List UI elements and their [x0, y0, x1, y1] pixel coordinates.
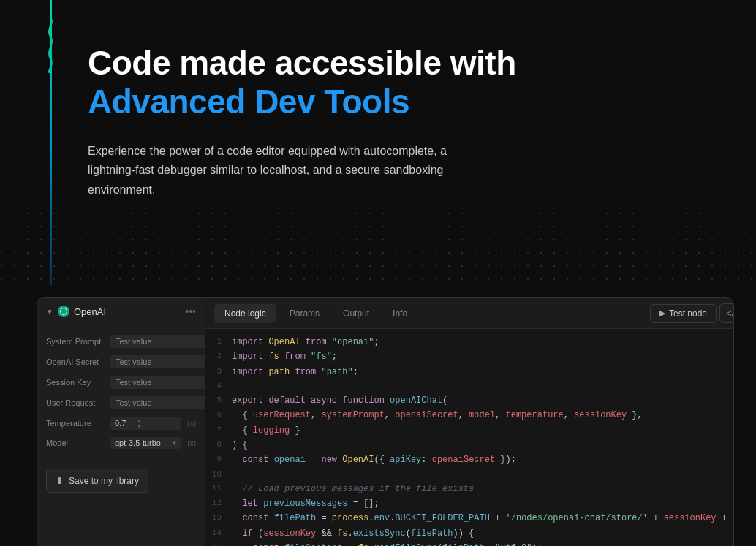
label-temperature: Temperature — [46, 419, 106, 428]
label-model: Model — [46, 439, 106, 447]
code-line-15: 15 const fileContent = fs.readFileSync(f… — [205, 541, 734, 546]
field-session-key: Session Key (x) — [37, 372, 205, 393]
sidebar-more-icon[interactable]: ••• — [185, 306, 196, 317]
clear-model[interactable]: (x) — [187, 439, 196, 447]
code-line-9: 9 const openai = new OpenAI({ apiKey: op… — [205, 452, 734, 467]
test-node-label: Test node — [669, 308, 707, 319]
code-body: 1 import OpenAI from "openai"; 2 import … — [205, 329, 734, 546]
dot-grid-background — [0, 212, 756, 285]
field-system-prompt: System Prompt (x) — [37, 331, 205, 352]
openai-icon — [58, 306, 69, 317]
save-to-library-button[interactable]: ⬆ Save to my library — [46, 469, 148, 493]
save-button-label: Save to my library — [69, 476, 139, 486]
code-line-7: 7 { logging } — [205, 423, 734, 438]
field-temperature: Temperature ▲ ▼ (x) — [37, 413, 205, 433]
sidebar-header-left: ▼ OpenAI — [46, 306, 106, 317]
hero-section: Code made accessible with Advanced Dev T… — [88, 44, 719, 200]
form-fields: System Prompt (x) OpenAI Secret (x) Sess… — [37, 325, 205, 458]
clear-temperature[interactable]: (x) — [187, 420, 196, 428]
code-line-8: 8 ) { — [205, 438, 734, 452]
code-line-14: 14 if (sessionKey && fs.existsSync(fileP… — [205, 526, 734, 541]
hero-description: Experience the power of a code editor eq… — [88, 142, 461, 200]
select-model[interactable]: gpt-3.5-turbo gpt-4 gpt-4-turbo — [115, 439, 168, 447]
code-editor-panel: Node logic Params Output Info ▶ Test nod… — [205, 298, 734, 546]
svg-rect-1 — [0, 212, 756, 285]
model-select-wrap: gpt-3.5-turbo gpt-4 gpt-4-turbo ▼ — [110, 437, 181, 449]
temperature-input-wrap: ▲ ▼ — [110, 417, 181, 430]
field-openai-secret: OpenAI Secret (x) — [37, 352, 205, 372]
tab-params[interactable]: Params — [279, 304, 330, 323]
field-model: Model gpt-3.5-turbo gpt-4 gpt-4-turbo ▼ … — [37, 433, 205, 452]
sidebar-panel: ▼ OpenAI ••• System Prompt (x) OpenAI Se… — [37, 298, 205, 546]
tab-info[interactable]: Info — [382, 304, 417, 323]
code-line-4: 4 — [205, 379, 734, 393]
label-openai-secret: OpenAI Secret — [46, 357, 106, 366]
code-line-10: 10 — [205, 468, 734, 482]
temperature-down-arrow[interactable]: ▼ — [137, 423, 142, 428]
code-tabs: Node logic Params Output Info ▶ Test nod… — [205, 298, 734, 329]
field-user-request: User Request (x) — [37, 393, 205, 413]
temperature-up-arrow[interactable]: ▲ — [137, 418, 142, 423]
left-squiggle-icon — [40, 15, 61, 73]
code-brackets-icon: </> — [726, 308, 734, 319]
label-user-request: User Request — [46, 398, 106, 407]
code-line-1: 1 import OpenAI from "openai"; — [205, 335, 734, 349]
label-system-prompt: System Prompt — [46, 337, 106, 346]
label-session-key: Session Key — [46, 378, 106, 387]
code-line-2: 2 import fs from "fs"; — [205, 349, 734, 364]
hero-title-white: Code made accessible with — [88, 44, 719, 83]
code-line-13: 13 const filePath = process.env.BUCKET_F… — [205, 511, 734, 526]
code-line-11: 11 // Load previous messages if the file… — [205, 482, 734, 496]
tab-output[interactable]: Output — [333, 304, 379, 323]
save-icon: ⬆ — [56, 475, 64, 486]
code-line-3: 3 import path from "path"; — [205, 365, 734, 379]
test-node-button[interactable]: ▶ Test node — [650, 304, 717, 323]
input-temperature[interactable] — [115, 419, 135, 428]
model-chevron-icon: ▼ — [171, 440, 177, 447]
sidebar-title: OpenAI — [74, 306, 106, 317]
sidebar-header: ▼ OpenAI ••• — [37, 298, 205, 325]
hero-title-blue: Advanced Dev Tools — [88, 83, 719, 121]
code-line-12: 12 let previousMessages = []; — [205, 496, 734, 511]
play-icon: ▶ — [659, 308, 665, 318]
code-line-5: 5 export default async function openAICh… — [205, 393, 734, 408]
tab-node-logic[interactable]: Node logic — [214, 304, 276, 323]
sidebar-chevron-icon: ▼ — [46, 308, 53, 316]
temperature-arrows: ▲ ▼ — [137, 418, 142, 428]
code-line-6: 6 { userRequest, systemPrompt, openaiSec… — [205, 408, 734, 422]
code-view-button[interactable]: </> — [719, 303, 734, 323]
ui-panel: ▼ OpenAI ••• System Prompt (x) OpenAI Se… — [37, 297, 734, 546]
